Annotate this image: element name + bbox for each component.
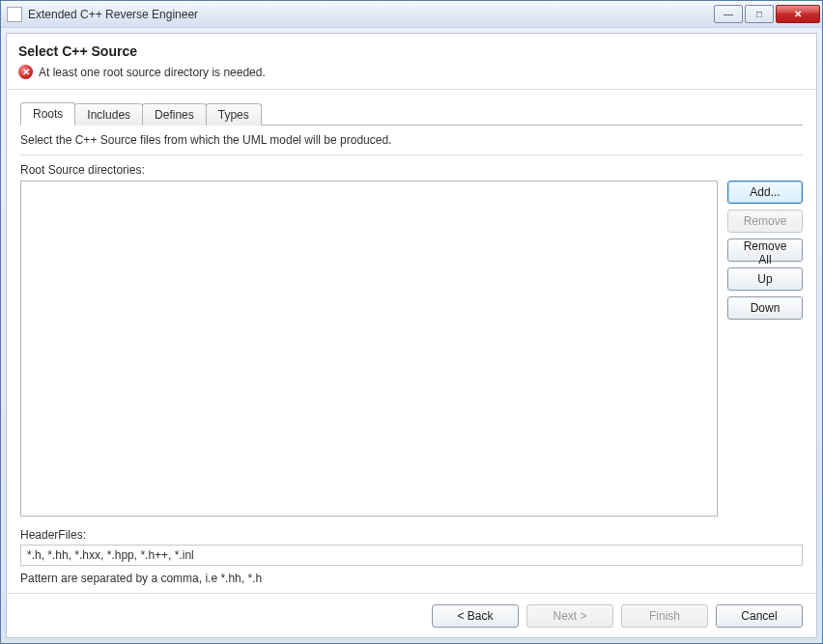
- dialog-footer: < Back Next > Finish Cancel: [7, 593, 816, 637]
- next-button[interactable]: Next >: [526, 604, 613, 628]
- tab-types[interactable]: Types: [206, 103, 262, 126]
- app-icon: [7, 7, 22, 22]
- error-text: At least one root source directory is ne…: [39, 66, 266, 79]
- window-title: Extended C++ Reverse Engineer: [28, 8, 712, 21]
- panel-description: Select the C++ Source files from which t…: [20, 133, 803, 147]
- dialog-window: Extended C++ Reverse Engineer — □ ✕ Sele…: [0, 0, 823, 644]
- window-controls: — □ ✕: [712, 5, 820, 23]
- add-button[interactable]: Add...: [727, 181, 803, 204]
- close-button[interactable]: ✕: [776, 5, 820, 23]
- pattern-hint: Pattern are separated by a comma, i.e *.…: [20, 572, 803, 585]
- error-icon: ✕: [18, 65, 33, 79]
- remove-button[interactable]: Remove: [727, 210, 803, 233]
- header-files-input[interactable]: [20, 545, 803, 566]
- back-button[interactable]: < Back: [432, 604, 519, 628]
- root-directories-listbox[interactable]: [20, 181, 718, 517]
- finish-button[interactable]: Finish: [621, 604, 708, 628]
- header-files-label: HeaderFiles:: [20, 528, 803, 542]
- tab-bar: Roots Includes Defines Types: [20, 101, 803, 125]
- maximize-button[interactable]: □: [745, 5, 774, 23]
- root-directories-row: Add... Remove Remove All Up Down: [20, 181, 803, 517]
- remove-all-button[interactable]: Remove All: [727, 238, 803, 262]
- cancel-button[interactable]: Cancel: [716, 604, 803, 628]
- dialog-body: Roots Includes Defines Types Select the …: [7, 90, 816, 593]
- page-title: Select C++ Source: [18, 43, 805, 59]
- down-button[interactable]: Down: [727, 296, 803, 320]
- root-directories-label: Root Source directories:: [20, 163, 803, 177]
- tab-includes[interactable]: Includes: [74, 103, 143, 126]
- divider: [20, 154, 803, 155]
- error-message-row: ✕ At least one root source directory is …: [18, 65, 805, 79]
- dialog-content: Select C++ Source ✕ At least one root so…: [6, 33, 817, 638]
- roots-panel: Select the C++ Source files from which t…: [20, 125, 803, 585]
- up-button[interactable]: Up: [727, 267, 803, 291]
- minimize-button[interactable]: —: [714, 5, 743, 23]
- list-side-buttons: Add... Remove Remove All Up Down: [727, 181, 803, 517]
- dialog-header: Select C++ Source ✕ At least one root so…: [7, 34, 816, 90]
- tab-roots[interactable]: Roots: [20, 102, 75, 126]
- titlebar: Extended C++ Reverse Engineer — □ ✕: [1, 1, 822, 28]
- tab-defines[interactable]: Defines: [142, 103, 207, 126]
